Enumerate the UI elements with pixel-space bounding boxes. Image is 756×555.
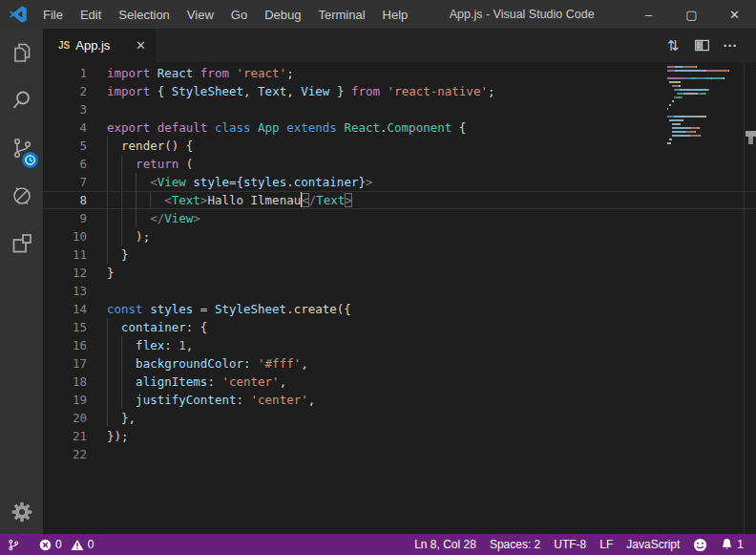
code-line[interactable]: 13 <box>43 282 756 300</box>
code-line[interactable]: 1import React from 'react'; <box>43 64 756 82</box>
indent-guide <box>136 191 136 209</box>
code-line[interactable]: 17 backgroundColor: '#fff', <box>43 354 756 373</box>
menu-go[interactable]: Go <box>222 0 256 29</box>
line-content[interactable]: } <box>87 264 756 282</box>
code-line[interactable]: 5 render() { <box>43 137 756 155</box>
menu-file[interactable]: File <box>34 0 72 29</box>
line-content[interactable]: container: { <box>87 318 756 336</box>
code-line[interactable]: 20 }, <box>43 409 756 427</box>
line-content[interactable]: ); <box>87 227 756 245</box>
code-line[interactable]: 19 justifyContent: 'center', <box>43 391 756 409</box>
line-content[interactable]: import React from 'react'; <box>87 64 756 82</box>
line-content[interactable]: </View> <box>87 209 756 227</box>
indentation-item[interactable]: Spaces: 2 <box>483 534 547 555</box>
line-content[interactable]: export default class App extends React.C… <box>87 118 756 137</box>
extensions-icon[interactable] <box>0 220 43 267</box>
menu-selection[interactable]: Selection <box>110 0 178 29</box>
source-control-icon[interactable] <box>0 124 43 172</box>
code-token: container <box>294 175 359 189</box>
line-number: 2 <box>43 82 87 100</box>
line-content[interactable]: justifyContent: 'center', <box>87 391 756 409</box>
code-line[interactable]: 18 alignItems: 'center', <box>43 373 756 391</box>
open-changes-icon[interactable]: ⇅ <box>659 29 687 62</box>
minimap[interactable] <box>667 66 742 150</box>
debug-icon[interactable] <box>0 172 43 220</box>
minimap-line <box>667 70 742 72</box>
line-content[interactable]: }, <box>87 409 756 427</box>
tab-close-icon[interactable]: ✕ <box>136 38 146 53</box>
line-content[interactable] <box>87 100 756 118</box>
overview-ruler-marker <box>748 137 753 144</box>
title-bar: FileEditSelectionViewGoDebugTerminalHelp… <box>0 0 756 29</box>
line-content[interactable]: alignItems: 'center', <box>87 373 756 391</box>
code-token: Text <box>316 193 345 207</box>
line-content[interactable]: return ( <box>87 155 756 173</box>
code-line[interactable]: 15 container: { <box>43 318 756 336</box>
problems-item[interactable]: 0 0 <box>32 534 100 555</box>
indent-guide <box>136 209 136 227</box>
minimize-button[interactable]: – <box>627 0 670 29</box>
menu-help[interactable]: Help <box>374 0 417 29</box>
window-title: App.js - Visual Studio Code <box>416 8 627 21</box>
encoding-item[interactable]: UTF-8 <box>547 534 593 555</box>
code-line[interactable]: 16 flex: 1, <box>43 336 756 354</box>
code-line[interactable]: 14const styles = StyleSheet.create({ <box>43 300 756 318</box>
line-number: 12 <box>43 264 87 282</box>
code-line[interactable]: 10 ); <box>43 227 756 245</box>
close-button[interactable]: ✕ <box>713 0 756 29</box>
line-content[interactable]: }); <box>87 427 756 445</box>
maximize-button[interactable]: ▢ <box>670 0 713 29</box>
line-content[interactable]: render() { <box>87 137 756 155</box>
cursor-position-item[interactable]: Ln 8, Col 28 <box>408 534 483 555</box>
split-editor-icon[interactable] <box>687 29 716 62</box>
code-line[interactable]: 6 return ( <box>43 155 756 173</box>
code-line[interactable]: 7 <View style={styles.container}> <box>43 173 756 191</box>
line-content[interactable]: <Text>Hallo Ilmenau</Text> <box>87 191 756 209</box>
line-content[interactable]: import { StyleSheet, Text, View } from '… <box>87 82 756 100</box>
code-line[interactable]: 11 } <box>43 245 756 264</box>
code-line[interactable]: 4export default class App extends React.… <box>43 118 756 137</box>
indent-guide <box>107 155 108 173</box>
eol-item[interactable]: LF <box>593 534 620 555</box>
code-line[interactable]: 12} <box>43 264 756 282</box>
line-content[interactable]: flex: 1, <box>87 336 756 354</box>
minimap-line <box>667 123 742 125</box>
more-actions-icon[interactable]: ··· <box>716 29 745 62</box>
search-icon[interactable] <box>0 76 43 124</box>
menu-edit[interactable]: Edit <box>72 0 110 29</box>
status-bar: 0 0 Ln 8, Col 28 Spaces: 2 UTF-8 LF Java… <box>0 534 756 555</box>
settings-gear-icon[interactable] <box>0 490 43 534</box>
code-token: flex <box>136 338 164 352</box>
indent-guide <box>121 391 122 409</box>
explorer-icon[interactable] <box>0 29 43 76</box>
language-mode-item[interactable]: JavaScript <box>620 534 686 555</box>
code-line[interactable]: 2import { StyleSheet, Text, View } from … <box>43 82 756 100</box>
indent-guide <box>107 173 108 191</box>
code-line[interactable]: 8 <Text>Hallo Ilmenau</Text> <box>43 191 756 209</box>
code-line[interactable]: 21}); <box>43 427 756 445</box>
code-line[interactable]: 9 </View> <box>43 209 756 227</box>
line-content[interactable] <box>87 282 756 300</box>
indent-guide <box>107 245 108 264</box>
git-branch-item[interactable] <box>0 534 27 555</box>
feedback-smiley-icon[interactable] <box>686 534 714 555</box>
line-number: 13 <box>43 282 87 300</box>
notifications-item[interactable]: 1 <box>714 534 750 555</box>
code-line[interactable]: 3 <box>43 100 756 118</box>
line-content[interactable]: <View style={styles.container}> <box>87 173 756 191</box>
line-content[interactable]: const styles = StyleSheet.create({ <box>87 300 756 318</box>
line-content[interactable]: } <box>87 245 756 264</box>
code-token: = <box>193 302 215 316</box>
code-token: > <box>366 175 373 189</box>
line-content[interactable]: backgroundColor: '#fff', <box>87 354 756 373</box>
menu-view[interactable]: View <box>178 0 222 29</box>
code-editor[interactable]: 1import React from 'react';2import { Sty… <box>43 62 756 534</box>
code-token: ( <box>178 157 193 171</box>
error-count: 0 <box>55 538 62 551</box>
code-area[interactable]: 1import React from 'react';2import { Sty… <box>43 62 756 463</box>
line-content[interactable] <box>87 445 756 463</box>
menu-debug[interactable]: Debug <box>256 0 309 29</box>
code-line[interactable]: 22 <box>43 445 756 463</box>
menu-terminal[interactable]: Terminal <box>309 0 373 29</box>
tab-appjs[interactable]: JS App.js ✕ <box>43 29 156 62</box>
